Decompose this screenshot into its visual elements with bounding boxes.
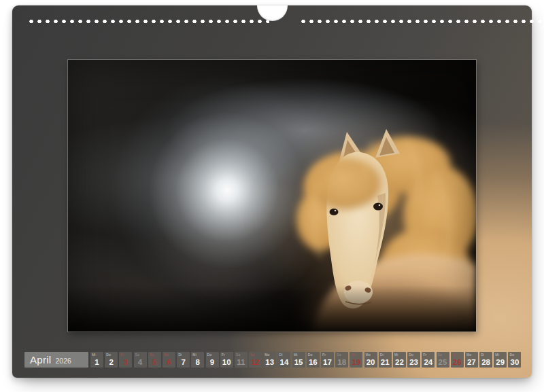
day-number: 30 [508, 358, 521, 366]
day-number: 19 [350, 358, 362, 366]
day-cell-28: Di28 [479, 352, 492, 368]
day-number: 13 [263, 358, 276, 366]
day-cell-29: Mi29 [494, 352, 507, 368]
day-cell-10: Fr10 [220, 352, 233, 368]
day-cell-1: Mi1 [90, 352, 103, 368]
month-name: April [30, 352, 52, 368]
weekday-label: So [351, 353, 356, 357]
day-number: 23 [407, 358, 420, 366]
day-cell-7: Di7 [177, 352, 190, 368]
day-number: 9 [206, 358, 219, 366]
day-number: 4 [134, 358, 147, 366]
weekday-label: Sa [236, 353, 241, 357]
day-number: 16 [307, 358, 320, 366]
day-cell-19: So19 [350, 352, 362, 368]
day-number: 14 [277, 358, 290, 366]
day-cell-2: Do2 [105, 352, 118, 368]
weekday-label: Mo [366, 353, 371, 357]
day-cell-3: Fr3 [119, 352, 132, 368]
weekday-label: Mi [294, 353, 298, 357]
weekday-label: Do [106, 353, 111, 357]
day-number: 2 [105, 358, 118, 366]
weekday-label: Do [409, 353, 413, 357]
weekday-label: Fr [423, 353, 426, 357]
weekday-label: Sa [135, 353, 140, 357]
day-cell-5: So5 [148, 352, 161, 368]
weekday-label: Di [178, 353, 182, 357]
day-number: 1 [90, 358, 103, 366]
weekday-label: Di [279, 353, 282, 357]
day-number: 21 [379, 358, 392, 366]
weekday-label: Do [509, 353, 514, 357]
day-number: 29 [494, 358, 507, 366]
weekday-label: Fr [222, 353, 225, 357]
day-number: 15 [292, 358, 305, 366]
binding-holes-icon [27, 19, 269, 24]
day-cell-6: Mo6 [163, 352, 175, 368]
day-cell-24: Fr24 [422, 352, 435, 368]
weekday-label: Mi [92, 353, 96, 357]
day-cell-18: Sa18 [335, 352, 348, 368]
weekday-label: Sa [337, 353, 341, 357]
month-label: April 2026 [24, 352, 88, 368]
date-strip-days: Mi1Do2Fr3Sa4So5Mo6Di7Mi8Do9Fr10Sa11So12M… [90, 352, 521, 368]
day-cell-17: Fr17 [321, 352, 334, 368]
day-number: 22 [393, 358, 406, 366]
binding-holes-icon [299, 19, 541, 24]
day-cell-27: Mo27 [465, 352, 478, 368]
day-cell-16: Do16 [307, 352, 320, 368]
weekday-label: Fr [322, 353, 326, 357]
year-label: 2026 [56, 357, 71, 365]
weekday-label: So [150, 353, 154, 357]
weekday-label: Mo [164, 353, 169, 357]
day-cell-14: Di14 [277, 352, 290, 368]
weekday-label: Mi [495, 353, 499, 357]
day-cell-20: Mo20 [364, 352, 377, 368]
wall-calendar-mockup: April 2026 Mi1Do2Fr3Sa4So5Mo6Di7Mi8Do9Fr… [0, 0, 544, 392]
day-number: 20 [364, 358, 377, 366]
day-number: 5 [148, 358, 161, 366]
day-number: 10 [220, 358, 233, 366]
weekday-label: Do [207, 353, 212, 357]
day-cell-15: Mi15 [292, 352, 305, 368]
day-number: 24 [422, 358, 435, 366]
weekday-label: Fr [120, 353, 124, 357]
day-cell-12: So12 [249, 352, 262, 368]
day-number: 17 [321, 358, 334, 366]
day-cell-4: Sa4 [134, 352, 147, 368]
weekday-label: Di [380, 353, 384, 357]
day-number: 18 [335, 358, 348, 366]
day-number: 27 [465, 358, 478, 366]
day-cell-8: Mi8 [191, 352, 204, 368]
horse-illustration [68, 60, 476, 332]
day-number: 7 [177, 358, 190, 366]
day-number: 6 [163, 358, 175, 366]
day-cell-11: Sa11 [235, 352, 248, 368]
day-cell-13: Mo13 [263, 352, 276, 368]
weekday-label: So [250, 353, 255, 357]
day-number: 25 [437, 358, 449, 366]
day-number: 12 [249, 358, 262, 366]
weekday-label: Mo [466, 353, 471, 357]
weekday-label: Do [308, 353, 313, 357]
day-cell-30: Do30 [508, 352, 521, 368]
day-cell-23: Do23 [407, 352, 420, 368]
weekday-label: Di [481, 353, 484, 357]
day-number: 26 [451, 358, 464, 366]
day-cell-26: So26 [451, 352, 464, 368]
day-cell-25: Sa25 [437, 352, 449, 368]
weekday-label: Mo [265, 353, 269, 357]
weekday-label: Mi [394, 353, 398, 357]
day-number: 3 [119, 358, 132, 366]
day-cell-22: Mi22 [393, 352, 406, 368]
day-cell-21: Di21 [379, 352, 392, 368]
weekday-label: Mi [192, 353, 197, 357]
weekday-label: Sa [438, 353, 443, 357]
weekday-label: So [452, 353, 457, 357]
day-number: 11 [235, 358, 248, 366]
calendar-photo [68, 60, 476, 332]
day-number: 8 [191, 358, 204, 366]
day-cell-9: Do9 [206, 352, 219, 368]
day-number: 28 [479, 358, 492, 366]
